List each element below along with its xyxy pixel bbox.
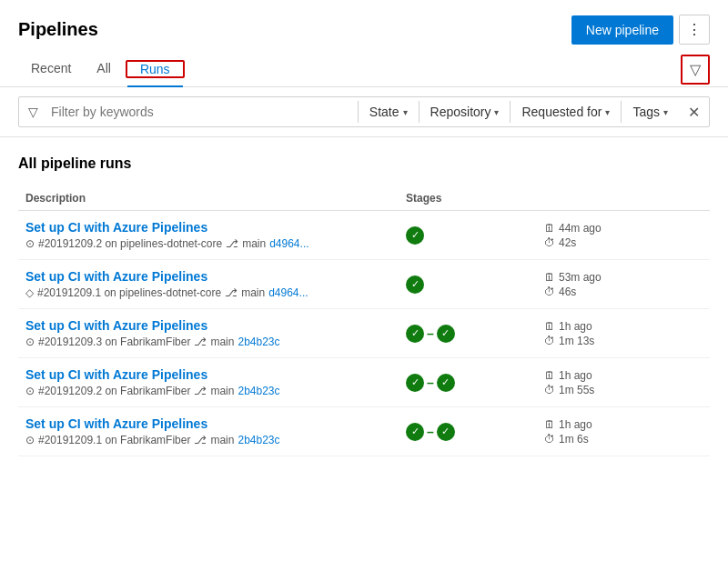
filter-repository-label: Repository <box>430 105 491 119</box>
time-ago-row: 🗓44m ago <box>544 222 703 235</box>
pipeline-description-cell: Set up CI with Azure Pipelines⊙#20191209… <box>18 211 399 260</box>
duration: 42s <box>559 236 576 249</box>
commit-hash: 2b4b23c <box>238 336 279 348</box>
tab-recent[interactable]: Recent <box>18 52 84 86</box>
commit-hash: 2b4b23c <box>238 434 279 446</box>
new-pipeline-button[interactable]: New pipeline <box>571 15 673 45</box>
clock-icon: ⏱ <box>544 433 555 446</box>
commit-hash: 2b4b23c <box>238 385 279 397</box>
pipeline-name[interactable]: Set up CI with Azure Pipelines <box>25 269 391 284</box>
section-title: All pipeline runs <box>18 155 710 172</box>
filter-bar-inner: ▽ State ▾ Repository ▾ Requested for ▾ T… <box>18 96 710 127</box>
time-ago-row: 🗓1h ago <box>544 418 703 431</box>
stage-dash-icon: – <box>427 326 434 341</box>
header-actions: New pipeline ⋮ <box>571 15 710 45</box>
calendar-icon: 🗓 <box>544 271 555 284</box>
time-ago: 44m ago <box>559 222 602 235</box>
time-container: 🗓1h ago⏱1m 55s <box>544 369 703 396</box>
filter-state-label: State <box>369 105 399 119</box>
tab-all[interactable]: All <box>84 52 124 86</box>
filter-close-button[interactable]: ✕ <box>679 98 709 126</box>
requested-for-chevron-icon: ▾ <box>605 107 610 117</box>
repository-chevron-icon: ▾ <box>494 107 499 117</box>
filter-keywords-input[interactable] <box>47 99 358 125</box>
run-id: #20191209.1 on pipelines-dotnet-core <box>37 286 221 299</box>
branch-icon: ⎇ <box>225 286 238 299</box>
stages-cell: ✓ <box>399 260 537 309</box>
stage-check-icon: ✓ <box>406 374 424 392</box>
stages-container: ✓–✓ <box>406 423 530 441</box>
time-ago-row: 🗓53m ago <box>544 271 703 284</box>
branch-name: main <box>210 385 234 397</box>
filter-requested-for-dropdown[interactable]: Requested for ▾ <box>511 99 621 125</box>
stages-cell: ✓–✓ <box>399 358 537 407</box>
stage-dash-icon: – <box>427 376 434 390</box>
pipeline-description-cell: Set up CI with Azure Pipelines◇#20191209… <box>18 260 399 309</box>
more-options-button[interactable]: ⋮ <box>679 15 710 45</box>
pipeline-name[interactable]: Set up CI with Azure Pipelines <box>25 318 391 333</box>
stages-container: ✓ <box>406 226 530 245</box>
table-row: Set up CI with Azure Pipelines⊙#20191209… <box>18 358 710 407</box>
stage-dash-icon: – <box>427 425 434 439</box>
clock-icon: ⏱ <box>544 286 555 298</box>
filter-state-dropdown[interactable]: State ▾ <box>359 99 419 125</box>
pipeline-name[interactable]: Set up CI with Azure Pipelines <box>25 416 391 431</box>
duration: 1m 13s <box>559 335 594 347</box>
person-icon: ⊙ <box>25 385 35 397</box>
state-chevron-icon: ▾ <box>403 107 408 117</box>
filter-requested-for-label: Requested for <box>521 105 602 119</box>
filter-tags-dropdown[interactable]: Tags ▾ <box>622 99 679 125</box>
run-id: #20191209.1 on FabrikamFiber <box>38 434 190 446</box>
commit-hash: d4964... <box>269 237 308 250</box>
diamond-icon: ◇ <box>25 286 34 299</box>
run-id: #20191209.2 on FabrikamFiber <box>38 385 190 397</box>
funnel-icon: ▽ <box>690 62 701 77</box>
calendar-icon: 🗓 <box>544 369 555 382</box>
commit-hash: d4964... <box>268 286 308 299</box>
time-container: 🗓53m ago⏱46s <box>544 271 703 298</box>
pipeline-meta: ⊙#20191209.2 on FabrikamFiber⎇main2b4b23… <box>25 385 391 397</box>
calendar-icon: 🗓 <box>544 320 555 333</box>
clock-icon: ⏱ <box>544 236 555 249</box>
calendar-icon: 🗓 <box>544 222 555 235</box>
table-body: Set up CI with Azure Pipelines⊙#20191209… <box>18 211 710 456</box>
branch-name: main <box>210 336 234 348</box>
time-container: 🗓1h ago⏱1m 13s <box>544 320 703 347</box>
time-container: 🗓1h ago⏱1m 6s <box>544 418 703 446</box>
duration-row: ⏱46s <box>544 286 703 298</box>
filter-repository-dropdown[interactable]: Repository ▾ <box>420 99 511 125</box>
branch-name: main <box>210 434 234 446</box>
branch-icon: ⎇ <box>226 237 238 250</box>
time-ago: 53m ago <box>559 271 602 284</box>
stage-check-icon: ✓ <box>406 423 424 441</box>
tags-chevron-icon: ▾ <box>663 107 668 117</box>
stages-cell: ✓–✓ <box>399 407 537 456</box>
tab-runs[interactable]: Runs <box>127 53 183 87</box>
pipeline-description-cell: Set up CI with Azure Pipelines⊙#20191209… <box>18 309 399 358</box>
branch-name: main <box>241 286 265 299</box>
duration: 46s <box>559 286 576 298</box>
clock-icon: ⏱ <box>544 384 555 396</box>
person-icon: ⊙ <box>25 336 35 348</box>
branch-name: main <box>242 237 266 250</box>
run-id: #20191209.3 on FabrikamFiber <box>38 336 190 348</box>
duration-row: ⏱1m 13s <box>544 335 703 347</box>
time-cell: 🗓1h ago⏱1m 13s <box>537 309 710 358</box>
person-icon: ⊙ <box>25 434 35 446</box>
duration: 1m 55s <box>559 384 594 396</box>
duration: 1m 6s <box>559 433 589 446</box>
pipeline-meta: ◇#20191209.1 on pipelines-dotnet-core⎇ma… <box>25 286 391 299</box>
time-cell: 🗓53m ago⏱46s <box>537 260 710 309</box>
filter-search-icon: ▽ <box>19 97 47 126</box>
pipeline-meta: ⊙#20191209.2 on pipelines-dotnet-core⎇ma… <box>25 237 391 250</box>
duration-row: ⏱1m 6s <box>544 433 703 446</box>
filter-toggle-button[interactable]: ▽ <box>681 55 710 85</box>
header: Pipelines New pipeline ⋮ <box>0 0 728 52</box>
pipeline-description-cell: Set up CI with Azure Pipelines⊙#20191209… <box>18 358 399 407</box>
time-container: 🗓44m ago⏱42s <box>544 222 703 249</box>
filter-bar: ▽ State ▾ Repository ▾ Requested for ▾ T… <box>0 87 728 137</box>
more-icon: ⋮ <box>687 22 702 37</box>
pipeline-name[interactable]: Set up CI with Azure Pipelines <box>25 220 391 235</box>
pipeline-name[interactable]: Set up CI with Azure Pipelines <box>25 367 391 382</box>
pipeline-description-cell: Set up CI with Azure Pipelines⊙#20191209… <box>18 407 399 456</box>
